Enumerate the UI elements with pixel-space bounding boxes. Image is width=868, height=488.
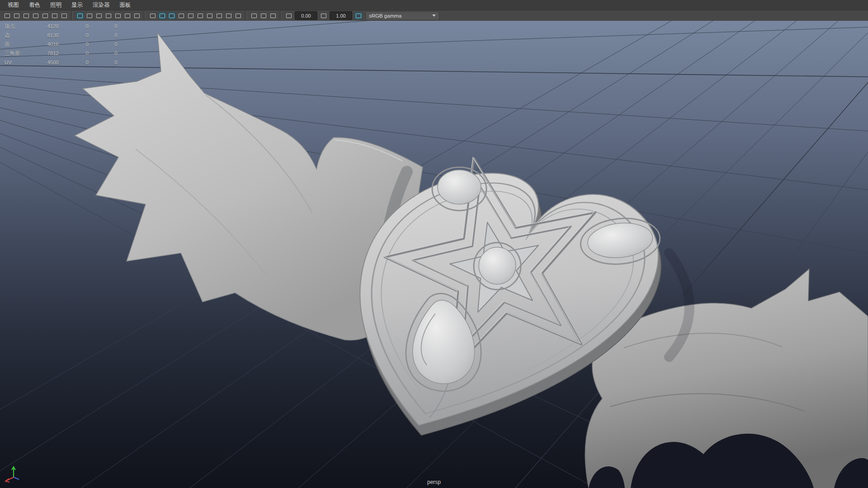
bookmark-icon-glyph (33, 14, 38, 18)
hud-selected-count: 0 (59, 23, 89, 29)
menu-item[interactable]: 照明 (45, 0, 66, 10)
model-mesh[interactable] (75, 33, 868, 488)
hud-component-count: 0 (89, 23, 118, 29)
grid-toggle-icon-glyph (77, 14, 83, 18)
panel-toolbar: sRGB gamma (0, 10, 868, 21)
select-camera-icon-glyph (5, 14, 10, 18)
hud-row-label: 边: (5, 32, 37, 39)
hud-row: 顶点: 4120 0 0 (5, 22, 118, 31)
use-all-lights-icon-glyph (188, 14, 193, 18)
safe-action-icon-glyph (125, 14, 130, 18)
wireframe-icon-glyph (150, 14, 156, 18)
x-ray-icon-glyph (261, 14, 266, 18)
hud-component-count: 0 (89, 51, 118, 56)
toolbar-icon-group (148, 12, 243, 19)
depth-of-field-icon-glyph (236, 14, 241, 18)
center-dome (474, 243, 521, 290)
gamma-icon[interactable] (319, 12, 328, 19)
image-plane-icon[interactable] (41, 12, 49, 19)
x-ray-icon[interactable] (259, 12, 268, 19)
gate-mask-icon-glyph (106, 14, 111, 18)
resolution-gate-icon[interactable] (94, 12, 103, 19)
hud-row: 边: 8130 0 0 (5, 31, 118, 40)
menu-item[interactable]: 面板 (115, 0, 136, 10)
motion-blur-icon[interactable] (215, 12, 223, 19)
grid-toggle-icon[interactable] (75, 12, 84, 19)
use-all-lights-icon[interactable] (186, 12, 195, 19)
select-camera-icon[interactable] (3, 12, 11, 19)
exposure-icon[interactable] (284, 12, 293, 19)
grease-pencil-icon-glyph (61, 14, 67, 18)
image-plane-icon-glyph (42, 14, 48, 18)
pan-zoom-2d-icon[interactable] (50, 12, 59, 19)
toolbar-icon-group (75, 12, 142, 19)
hud-total-count: 4500 (37, 60, 59, 65)
color-management-icon[interactable] (354, 12, 363, 19)
wireframe-icon[interactable] (148, 12, 157, 19)
shadows-icon-glyph (198, 14, 203, 18)
hud-row-label: 顶点: (5, 23, 37, 30)
lock-camera-icon-glyph (14, 14, 19, 18)
screen-space-ao-icon[interactable] (205, 12, 214, 19)
viewport[interactable]: 顶点: 4120 0 0 边: 8130 0 0 面: 4016 0 0 (0, 21, 868, 488)
exposure-field[interactable] (295, 11, 317, 20)
camera-attributes-icon[interactable] (22, 12, 30, 19)
toolbar-icon-group (2, 12, 69, 19)
hud-selected-count: 0 (59, 51, 89, 56)
hud-selected-count: 0 (59, 33, 89, 38)
hud-total-count: 4016 (37, 42, 59, 47)
field-chart-icon[interactable] (113, 12, 122, 19)
hud-total-count: 7812 (37, 51, 59, 56)
camera-attributes-icon-glyph (24, 14, 29, 18)
hud-component-count: 0 (89, 33, 118, 38)
depth-of-field-icon[interactable] (234, 12, 242, 19)
menu-item[interactable]: 视图 (3, 0, 24, 10)
hud-row-label: 面: (5, 41, 37, 48)
toolbar-separator (245, 11, 247, 20)
poly-count-hud: 顶点: 4120 0 0 边: 8130 0 0 面: 4016 0 0 (5, 22, 118, 67)
grease-pencil-icon[interactable] (60, 12, 68, 19)
safe-action-icon[interactable] (123, 12, 132, 19)
multisample-aa-icon[interactable] (224, 12, 233, 19)
hud-total-count: 8130 (37, 33, 59, 38)
smooth-shade-icon[interactable] (158, 12, 166, 19)
film-gate-icon[interactable] (85, 12, 94, 19)
toolbar-icon-groups (2, 11, 278, 20)
lock-camera-icon[interactable] (12, 12, 21, 19)
wireframe-on-shaded-icon-glyph (169, 14, 175, 18)
textured-icon-glyph (179, 14, 184, 18)
textured-icon[interactable] (177, 12, 185, 19)
isolate-select-icon[interactable] (250, 12, 258, 19)
panel-menu-bar: 视图 着色 照明 显示 渲染器 面板 (0, 0, 868, 10)
smooth-shade-icon-glyph (160, 14, 165, 18)
field-chart-icon-glyph (115, 14, 121, 18)
toolbar-separator (71, 11, 73, 20)
gate-mask-icon[interactable] (104, 12, 113, 19)
shadows-icon[interactable] (196, 12, 204, 19)
hud-total-count: 4120 (37, 23, 59, 29)
menu-item[interactable]: 渲染器 (88, 0, 115, 10)
wireframe-on-shaded-icon[interactable] (167, 12, 176, 19)
gamma-icon-glyph (321, 14, 326, 18)
view-transform-select[interactable]: sRGB gamma (365, 11, 439, 20)
resolution-gate-icon-glyph (96, 14, 102, 18)
multisample-aa-icon-glyph (226, 14, 231, 18)
film-gate-icon-glyph (87, 14, 92, 18)
hud-selected-count: 0 (59, 42, 89, 47)
toolbar-separator (280, 11, 282, 20)
hud-row: 三角形: 7812 0 0 (5, 49, 118, 58)
screen-space-ao-icon-glyph (207, 14, 212, 18)
camera-name-label: persp (0, 479, 868, 485)
toolbar-separator (144, 11, 146, 20)
viewport-canvas[interactable] (0, 21, 868, 488)
view-transform-value: sRGB gamma (369, 13, 401, 19)
hud-component-count: 0 (89, 42, 118, 47)
exposure-icon-glyph (286, 14, 292, 18)
safe-title-icon[interactable] (132, 12, 141, 19)
bookmark-icon[interactable] (31, 12, 40, 19)
menu-item[interactable]: 着色 (24, 0, 45, 10)
x-ray-joints-icon[interactable] (269, 12, 277, 19)
gamma-field[interactable] (330, 11, 352, 20)
chevron-down-icon (432, 14, 436, 17)
menu-item[interactable]: 显示 (66, 0, 88, 10)
